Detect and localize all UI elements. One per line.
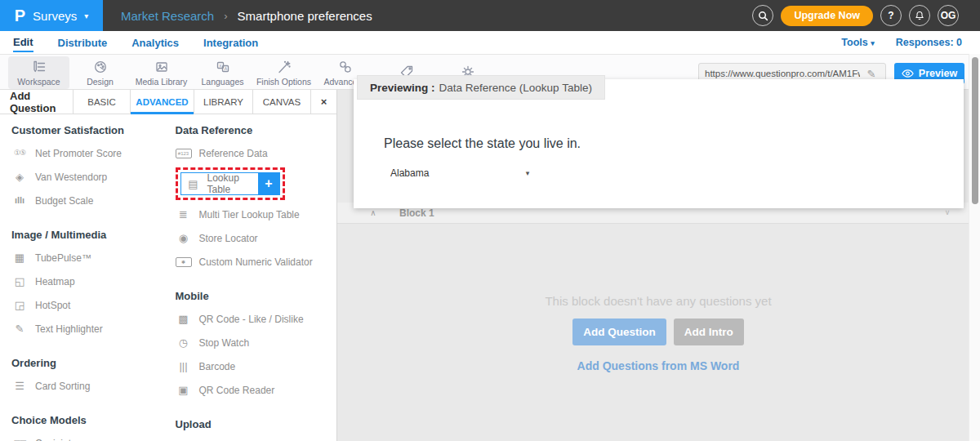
tools-menu[interactable]: Tools ▾ — [841, 37, 874, 48]
nav-tab-edit[interactable]: Edit — [13, 33, 33, 52]
question-column-2: Data Reference #123Reference Data ▤ Look… — [167, 114, 336, 441]
add-question-panel: Add Question BASIC ADVANCED LIBRARY CANV… — [0, 90, 337, 441]
budget-scale-icon: ıllı — [11, 196, 28, 205]
section-heading: Data Reference — [176, 124, 336, 136]
numbered-list-icon: ☰ — [11, 381, 28, 391]
close-panel-button[interactable]: × — [311, 90, 336, 114]
section-heading: Mobile — [176, 290, 336, 302]
section-heading: Customer Satisfaction — [11, 124, 167, 136]
breadcrumb-folder[interactable]: Market Research — [121, 9, 214, 23]
section-heading: Ordering — [11, 357, 167, 369]
nav-right: Tools ▾ Responses: 0 — [841, 37, 980, 48]
add-question-button[interactable]: Add Question — [572, 318, 666, 345]
toolbar-media-library[interactable]: Media Library — [131, 56, 192, 89]
search-button[interactable] — [752, 5, 773, 26]
toolbar-workspace[interactable]: Workspace — [8, 56, 69, 89]
item-conjoint[interactable]: ▤▤Conjoint — [11, 431, 167, 441]
scrollbar-thumb[interactable] — [972, 57, 978, 204]
item-net-promoter-score[interactable]: ①⑤Net Promoter Score — [11, 141, 167, 165]
item-reference-data[interactable]: #123Reference Data — [176, 141, 336, 165]
item-hotspot[interactable]: ◲HotSpot — [11, 293, 167, 317]
surveys-product-menu[interactable]: P Surveys ▾ — [0, 0, 103, 31]
tab-basic[interactable]: BASIC — [74, 90, 131, 114]
help-button[interactable]: ? — [880, 5, 902, 26]
heatmap-icon: ◱ — [11, 276, 28, 287]
barcode-icon: ||| — [176, 361, 192, 372]
item-qr-code-reader[interactable]: ▣QR Code Reader — [176, 378, 336, 402]
questionpro-survey-editor: P Surveys ▾ Market Research › Smartphone… — [0, 0, 980, 441]
add-questions-ms-word-link[interactable]: Add Questions from MS Word — [348, 359, 969, 372]
item-custom-numeric-validator[interactable]: ✱Custom Numeric Validator — [176, 250, 336, 274]
empty-block-message: This block doesn't have any questions ye… — [348, 294, 969, 308]
tab-canvas[interactable]: CANVAS — [253, 90, 311, 114]
survey-url: https://www.questionpro.com/t/AM1Fw2 — [705, 69, 860, 78]
notifications-button[interactable] — [909, 5, 930, 26]
question-column-1: Customer Satisfaction ①⑤Net Promoter Sco… — [0, 114, 167, 441]
edit-url-pencil-icon[interactable]: ✎ — [863, 69, 880, 79]
upgrade-now-button[interactable]: Upgrade Now — [781, 6, 873, 26]
item-van-westendorp[interactable]: ◈Van Westendorp — [11, 165, 167, 189]
item-store-locator[interactable]: ◉Store Locator — [176, 226, 336, 250]
item-lookup-table[interactable]: ▤ Lookup Table + — [180, 172, 280, 195]
breadcrumb: Market Research › Smartphone preferences — [121, 9, 372, 23]
breadcrumb-separator: › — [224, 10, 227, 22]
panel-tabs: Add Question BASIC ADVANCED LIBRARY CANV… — [0, 90, 336, 114]
section-heading: Choice Models — [11, 414, 167, 426]
item-budget-scale[interactable]: ıllıBudget Scale — [11, 189, 167, 212]
section-heading: Image / Multimedia — [11, 229, 167, 241]
toolbar-design[interactable]: Design — [69, 56, 131, 89]
item-tubepulse[interactable]: ▦TubePulse™ — [11, 246, 167, 270]
question-preview-popup: Previewing : Data Reference (Lookup Tabl… — [354, 79, 964, 208]
magic-wand-icon — [276, 59, 292, 75]
net-promoter-score-icon: ①⑤ — [11, 149, 28, 157]
item-attach-upload-file[interactable]: ↥Attach/Upload File — [176, 435, 336, 441]
hotspot-cursor-icon: ◲ — [11, 300, 28, 310]
chevron-down-icon: ▾ — [84, 11, 88, 20]
numeric-validator-icon: ✱ — [176, 257, 192, 267]
svg-text:x: x — [219, 63, 221, 68]
toolbar-languages[interactable]: xA Languages — [192, 56, 253, 89]
highlighter-icon: ✎ — [11, 323, 28, 334]
video-film-icon: ▦ — [11, 252, 28, 263]
tab-advanced[interactable]: ADVANCED — [131, 90, 194, 114]
reference-data-icon: #123 — [176, 149, 192, 158]
question-type-columns: Customer Satisfaction ①⑤Net Promoter Sco… — [0, 114, 336, 441]
svg-text:A: A — [224, 66, 227, 71]
survey-nav: Edit Distribute Analytics Integration To… — [0, 31, 980, 54]
item-qr-code-like-dislike[interactable]: ▩QR Code - Like / Dislike — [176, 307, 336, 331]
state-dropdown[interactable]: Alabama ▾ — [390, 167, 536, 179]
qr-code-icon: ▩ — [176, 314, 192, 324]
item-text-highlighter[interactable]: ✎Text Highlighter — [11, 317, 167, 341]
survey-title: Smartphone preferences — [238, 9, 372, 23]
workspace-icon — [31, 59, 47, 75]
item-heatmap[interactable]: ◱Heatmap — [11, 270, 167, 293]
collapse-chevron-icon[interactable]: ∧ — [365, 209, 381, 217]
item-multi-tier-lookup-table[interactable]: ≣Multi Tier Lookup Table — [176, 203, 336, 226]
avatar[interactable]: OG — [938, 5, 959, 26]
add-lookup-table-button[interactable]: + — [258, 172, 280, 195]
item-stop-watch[interactable]: ◷Stop Watch — [176, 331, 336, 354]
nav-tab-distribute[interactable]: Distribute — [58, 33, 108, 51]
block-caret-icon[interactable]: ∨ — [939, 209, 956, 216]
block-title: Block 1 — [399, 207, 434, 219]
palette-icon — [92, 59, 109, 75]
item-card-sorting[interactable]: ☰Card Sorting — [11, 374, 167, 398]
empty-block-state: This block doesn't have any questions ye… — [348, 294, 969, 372]
price-tag-icon: ◈ — [11, 172, 28, 182]
tab-library[interactable]: LIBRARY — [194, 90, 253, 114]
chevron-down-icon: ▾ — [871, 39, 875, 47]
bell-icon — [914, 10, 925, 21]
scrollbar-track[interactable] — [969, 54, 980, 441]
section-heading: Upload — [176, 418, 336, 430]
translate-icon: xA — [215, 59, 231, 75]
qr-reader-icon: ▣ — [176, 385, 192, 395]
product-name: Surveys — [33, 9, 77, 23]
dropdown-caret-icon: ▾ — [519, 170, 536, 177]
add-intro-button[interactable]: Add Intro — [674, 318, 744, 345]
responses-count[interactable]: Responses: 0 — [896, 37, 962, 48]
nav-tab-integration[interactable]: Integration — [203, 33, 258, 51]
item-barcode[interactable]: |||Barcode — [176, 354, 336, 378]
topbar-actions: Upgrade Now ? OG — [752, 5, 980, 26]
nav-tab-analytics[interactable]: Analytics — [131, 33, 179, 51]
toolbar-finish-options[interactable]: Finish Options — [253, 56, 314, 89]
